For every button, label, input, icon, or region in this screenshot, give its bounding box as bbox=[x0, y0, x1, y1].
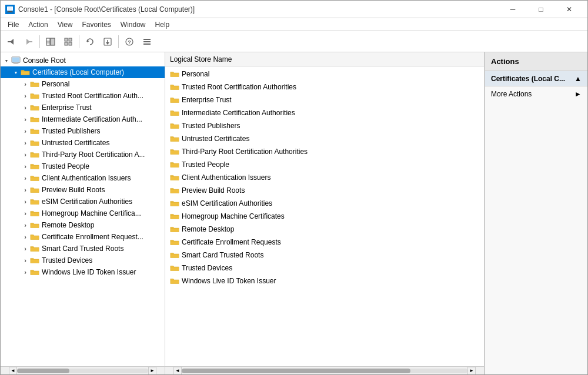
list-item-trusted-root[interactable]: Trusted Root Certification Authorities bbox=[165, 81, 484, 93]
tree-item-smart-card[interactable]: › Smart Card Trusted Roots bbox=[1, 243, 165, 255]
tree-item-client-auth[interactable]: › Client Authentication Issuers bbox=[1, 172, 165, 184]
list-item-trusted-devices[interactable]: Trusted Devices bbox=[165, 262, 484, 274]
back-button[interactable] bbox=[3, 34, 19, 50]
show-hide-button[interactable] bbox=[42, 34, 59, 50]
tree-expander-intermediate[interactable]: › bbox=[22, 116, 29, 123]
tree-expander-trusted-root[interactable]: › bbox=[22, 92, 29, 99]
tree-expander-enterprise-trust[interactable]: › bbox=[22, 104, 29, 111]
list-item-esim-cert[interactable]: eSIM Certification Authorities bbox=[165, 197, 484, 210]
tree-item-windows-live[interactable]: › Windows Live ID Token Issuer bbox=[1, 266, 165, 278]
list-item-enterprise-trust[interactable]: Enterprise Trust bbox=[165, 93, 484, 106]
list-scrollbar-track[interactable] bbox=[182, 369, 467, 373]
tree-item-trusted-people[interactable]: › Trusted People bbox=[1, 160, 165, 172]
list-scrollbar-thumb[interactable] bbox=[182, 369, 410, 373]
tree-item-trusted-publishers[interactable]: › Trusted Publishers bbox=[1, 125, 165, 137]
tree-item-trusted-root[interactable]: › Trusted Root Certification Auth... bbox=[1, 90, 165, 102]
list-item-personal[interactable]: Personal bbox=[165, 68, 484, 81]
svg-rect-27 bbox=[12, 58, 19, 62]
tree-expander-trusted-devices[interactable]: › bbox=[22, 257, 29, 264]
scope-button[interactable] bbox=[60, 34, 76, 50]
list-item-trusted-publishers[interactable]: Trusted Publishers bbox=[165, 119, 484, 132]
tree-item-remote-desktop[interactable]: › Remote Desktop bbox=[1, 219, 165, 231]
list-item-client-auth[interactable]: Client Authentication Issuers bbox=[165, 171, 484, 184]
tree-expander-windows-live[interactable]: › bbox=[22, 269, 29, 276]
list-item-smart-card[interactable]: Smart Card Trusted Roots bbox=[165, 249, 484, 262]
list-item-preview-build[interactable]: Preview Build Roots bbox=[165, 184, 484, 197]
svg-rect-16 bbox=[69, 42, 72, 45]
scroll-right-arrow[interactable]: ► bbox=[148, 367, 156, 375]
tree-expander-certificates-local[interactable]: ▼ bbox=[12, 69, 19, 76]
tree-panel: ▼ Console Root▼ Certificates (Local Comp… bbox=[1, 52, 165, 374]
list-horizontal-scrollbar[interactable]: ◄ ► bbox=[165, 366, 484, 374]
list-item-intermediate[interactable]: Intermediate Certification Authorities bbox=[165, 106, 484, 119]
scrollbar-thumb[interactable] bbox=[17, 369, 69, 373]
tree-item-untrusted-certs[interactable]: › Untrusted Certificates bbox=[1, 137, 165, 149]
help-button[interactable]: ? bbox=[121, 34, 138, 50]
list-label-personal: Personal bbox=[182, 70, 209, 78]
maximize-button[interactable]: □ bbox=[527, 1, 554, 18]
tree-item-console-root[interactable]: ▼ Console Root bbox=[1, 55, 165, 66]
action-section-certificates[interactable]: Certificates (Local C... ▲ bbox=[485, 71, 587, 86]
tree-expander-third-party[interactable]: › bbox=[22, 151, 29, 158]
forward-button[interactable] bbox=[21, 34, 37, 50]
menu-window[interactable]: Window bbox=[116, 18, 151, 31]
tree-expander-remote-desktop[interactable]: › bbox=[22, 222, 29, 229]
export-button[interactable] bbox=[99, 34, 116, 50]
tree-item-homegroup[interactable]: › Homegroup Machine Certifica... bbox=[1, 207, 165, 219]
settings-button[interactable] bbox=[139, 34, 155, 50]
tree-expander-preview-build[interactable]: › bbox=[22, 186, 29, 193]
menu-view[interactable]: View bbox=[53, 18, 78, 31]
list-item-trusted-people[interactable]: Trusted People bbox=[165, 158, 484, 171]
menu-action[interactable]: Action bbox=[24, 18, 52, 31]
tree-label-certificates-local: Certificates (Local Computer) bbox=[32, 68, 124, 76]
tree-item-preview-build[interactable]: › Preview Build Roots bbox=[1, 184, 165, 196]
list-item-remote-desktop[interactable]: Remote Desktop bbox=[165, 223, 484, 236]
tree-expander-untrusted-certs[interactable]: › bbox=[22, 139, 29, 146]
scrollbar-track[interactable] bbox=[17, 369, 148, 373]
list-scroll-right[interactable]: ► bbox=[467, 367, 476, 375]
menu-favorites[interactable]: Favorites bbox=[78, 18, 116, 31]
tree-item-enterprise-trust[interactable]: › Enterprise Trust bbox=[1, 102, 165, 113]
list-folder-icon-smart-card bbox=[170, 250, 179, 260]
close-button[interactable]: ✕ bbox=[556, 1, 583, 18]
tree-expander-esim-cert[interactable]: › bbox=[22, 198, 29, 205]
list-scroll-left[interactable]: ◄ bbox=[173, 367, 182, 375]
menu-file[interactable]: File bbox=[3, 18, 24, 31]
tree-expander-client-auth[interactable]: › bbox=[22, 175, 29, 182]
tree-expander-console-root[interactable]: ▼ bbox=[3, 57, 10, 64]
tree-horizontal-scrollbar[interactable]: ◄ ► bbox=[1, 366, 165, 374]
tree-expander-smart-card[interactable]: › bbox=[22, 245, 29, 252]
tree-item-certificates-local[interactable]: ▼ Certificates (Local Computer) bbox=[1, 66, 165, 78]
folder-icon bbox=[30, 209, 39, 218]
refresh-button[interactable] bbox=[82, 34, 98, 50]
list-item-untrusted-certs[interactable]: Untrusted Certificates bbox=[165, 132, 484, 145]
tree-item-personal[interactable]: › Personal bbox=[1, 78, 165, 90]
minimize-button[interactable]: ─ bbox=[499, 1, 526, 18]
tree-item-intermediate[interactable]: › Intermediate Certification Auth... bbox=[1, 113, 165, 125]
main-window: Console1 - [Console Root\Certificates (L… bbox=[0, 0, 588, 375]
separator-1 bbox=[39, 35, 40, 48]
tree-item-trusted-devices[interactable]: › Trusted Devices bbox=[1, 255, 165, 266]
tree-item-cert-enrollment[interactable]: › Certificate Enrollment Request... bbox=[1, 231, 165, 243]
more-actions-item[interactable]: More Actions ► bbox=[485, 86, 587, 102]
list-item-windows-live[interactable]: Windows Live ID Token Issuer bbox=[165, 274, 484, 287]
svg-rect-29 bbox=[14, 63, 19, 63]
tree-item-third-party[interactable]: › Third-Party Root Certification A... bbox=[1, 149, 165, 160]
list-item-homegroup[interactable]: Homegroup Machine Certificates bbox=[165, 210, 484, 223]
menu-bar: File Action View Favorites Window Help bbox=[1, 18, 587, 31]
list-label-homegroup: Homegroup Machine Certificates bbox=[182, 212, 285, 220]
list-label-windows-live: Windows Live ID Token Issuer bbox=[182, 277, 276, 285]
tree-expander-trusted-people[interactable]: › bbox=[22, 163, 29, 170]
list-item-third-party[interactable]: Third-Party Root Certification Authoriti… bbox=[165, 145, 484, 158]
list-folder-icon-trusted-devices bbox=[170, 263, 179, 273]
scroll-left-arrow[interactable]: ◄ bbox=[9, 367, 17, 375]
tree-expander-cert-enrollment[interactable]: › bbox=[22, 233, 29, 240]
menu-help[interactable]: Help bbox=[151, 18, 175, 31]
list-item-cert-enrollment[interactable]: Certificate Enrollment Requests bbox=[165, 236, 484, 249]
tree-item-esim-cert[interactable]: › eSIM Certification Authorities bbox=[1, 196, 165, 207]
svg-rect-13 bbox=[65, 38, 68, 41]
svg-rect-4 bbox=[8, 7, 12, 10]
tree-expander-trusted-publishers[interactable]: › bbox=[22, 128, 29, 135]
tree-expander-homegroup[interactable]: › bbox=[22, 210, 29, 217]
tree-expander-personal[interactable]: › bbox=[22, 81, 29, 88]
